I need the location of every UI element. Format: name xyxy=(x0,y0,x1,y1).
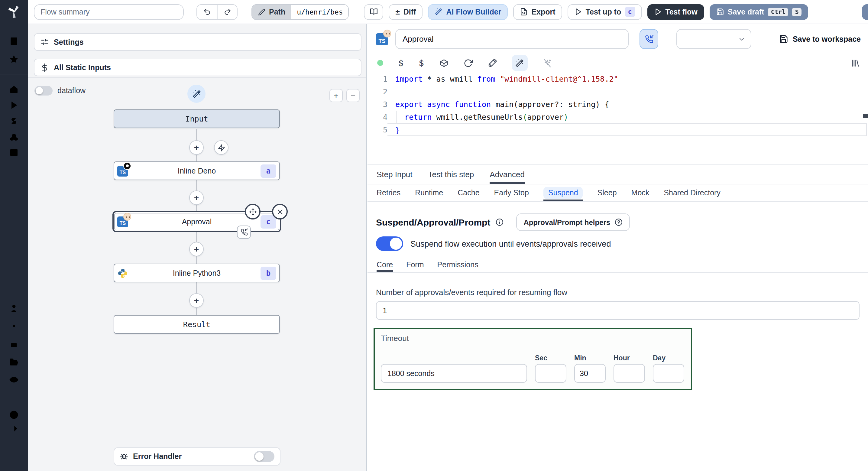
ai-graph-wand-button[interactable] xyxy=(187,85,206,103)
file-export-icon xyxy=(520,8,528,16)
step-detail-panel: TS Approval Save to workspace $ $ xyxy=(368,24,868,471)
code-editor[interactable]: 1import * as wmill from "windmill-client… xyxy=(368,69,868,165)
variables-dollar-icon[interactable] xyxy=(9,116,19,126)
subtab-core[interactable]: Core xyxy=(377,257,393,272)
test-up-to-button[interactable]: Test up to c xyxy=(567,4,642,20)
test-flow-button[interactable]: Test flow xyxy=(647,4,704,20)
ai-disabled-sparkles-button[interactable] xyxy=(543,58,552,67)
error-handler-row[interactable]: Error Handler xyxy=(114,447,280,466)
insert-step-button[interactable]: + xyxy=(189,242,204,256)
deploy-button-clipped[interactable] xyxy=(862,4,868,20)
tab-advanced[interactable]: Advanced xyxy=(490,165,525,184)
subtab-form[interactable]: Form xyxy=(406,257,424,272)
subtab-cache[interactable]: Cache xyxy=(458,184,479,201)
subtab-early-stop[interactable]: Early Stop xyxy=(494,184,529,201)
subtab-shared-directory[interactable]: Shared Directory xyxy=(664,184,720,201)
move-step-handle[interactable] xyxy=(245,204,260,219)
zoom-in-button[interactable]: + xyxy=(330,89,343,102)
tab-step-input[interactable]: Step Input xyxy=(377,165,412,184)
flow-node-input[interactable]: Input xyxy=(114,110,280,128)
settings-gear-icon[interactable] xyxy=(9,321,19,331)
user-icon[interactable] xyxy=(9,303,19,313)
step-name-input[interactable]: Approval xyxy=(395,29,629,49)
docs-button[interactable] xyxy=(364,4,383,20)
subtab-retries[interactable]: Retries xyxy=(377,184,400,201)
code-line: 1import * as wmill from "windmill-client… xyxy=(368,72,868,85)
suspend-section-title: Suspend/Approval/Prompt xyxy=(376,217,490,227)
insert-step-button[interactable]: + xyxy=(189,140,204,155)
subtab-runtime[interactable]: Runtime xyxy=(415,184,443,201)
redo-button[interactable] xyxy=(217,4,237,19)
undo-button[interactable] xyxy=(197,4,217,19)
suspend-toggle[interactable] xyxy=(376,236,403,251)
insert-step-button[interactable]: + xyxy=(189,190,204,205)
subtab-sleep[interactable]: Sleep xyxy=(597,184,617,201)
help-question-icon[interactable] xyxy=(9,410,19,420)
save-to-workspace-button[interactable]: Save to workspace xyxy=(779,34,861,43)
folders-icon[interactable] xyxy=(9,357,19,367)
flow-node-inline-deno[interactable]: TS Inline Deno a xyxy=(114,161,280,180)
reload-button[interactable] xyxy=(464,58,473,67)
flow-summary-input[interactable]: Flow summary xyxy=(34,4,184,20)
timeout-min-input[interactable]: 30 xyxy=(574,364,606,383)
info-icon[interactable] xyxy=(496,218,503,226)
home-icon[interactable] xyxy=(9,85,19,94)
deno-logo-icon xyxy=(123,162,131,170)
subtab-suspend[interactable]: Suspend xyxy=(544,184,583,201)
step-id-badge: b xyxy=(260,266,276,279)
timeout-hour-input[interactable] xyxy=(614,364,645,383)
subtab-permissions[interactable]: Permissions xyxy=(437,257,478,272)
runs-play-icon[interactable] xyxy=(9,100,19,110)
suspend-subtabs: Core Form Permissions xyxy=(368,257,868,273)
approval-prompt-helpers-button[interactable]: Approval/Prompt helpers xyxy=(516,213,629,231)
collapse-arrow-right-icon[interactable] xyxy=(9,424,19,434)
tab-test-this-step[interactable]: Test this step xyxy=(428,165,474,184)
audit-eye-icon[interactable] xyxy=(9,375,19,385)
subtab-mock[interactable]: Mock xyxy=(631,184,650,201)
format-brush-button[interactable] xyxy=(488,58,497,67)
diff-button[interactable]: ± Diff xyxy=(389,4,423,20)
workspace-building-icon[interactable] xyxy=(9,36,19,46)
ai-flow-builder-button[interactable]: AI Flow Builder xyxy=(428,4,508,20)
ai-assist-wand-button[interactable] xyxy=(512,55,528,71)
indent-guide xyxy=(396,111,397,123)
windmill-logo-icon[interactable] xyxy=(6,4,22,19)
flow-node-inline-python[interactable]: Inline Python3 b xyxy=(114,264,280,282)
library-panel-button[interactable] xyxy=(850,58,860,67)
save-icon xyxy=(716,8,724,16)
package-button[interactable] xyxy=(439,58,448,67)
library-icon xyxy=(850,58,860,67)
approval-emoji-icon xyxy=(123,212,131,220)
resources-boxes-icon[interactable] xyxy=(9,133,19,142)
variables-dollar-button[interactable]: $ xyxy=(398,58,404,68)
editor-overview-ruler[interactable] xyxy=(863,114,868,118)
suspend-phone-button[interactable] xyxy=(640,29,658,49)
wand-icon xyxy=(515,58,524,67)
flow-node-result[interactable]: Result xyxy=(114,315,280,334)
resources-dollar-button[interactable]: $ xyxy=(419,58,424,68)
schedules-calendar-icon[interactable] xyxy=(9,148,19,157)
favorites-star-icon[interactable] xyxy=(9,54,19,64)
timeout-day-input[interactable] xyxy=(653,364,684,383)
path-button[interactable]: Path u/henri/bes xyxy=(251,4,349,20)
lightning-icon xyxy=(217,144,225,151)
sliders-icon xyxy=(40,38,49,46)
save-draft-button[interactable]: Save draft Ctrl S xyxy=(710,4,808,20)
trigger-step-button[interactable] xyxy=(214,140,228,155)
error-handler-toggle[interactable] xyxy=(254,451,274,462)
script-version-select[interactable] xyxy=(676,29,751,49)
code-line-current: 5} xyxy=(368,123,868,136)
flow-settings-button[interactable]: Settings xyxy=(34,33,362,51)
ts-badge: TS xyxy=(378,38,385,44)
insert-step-button[interactable]: + xyxy=(189,293,204,308)
delete-step-button[interactable] xyxy=(272,204,288,219)
path-label: Path xyxy=(269,7,285,16)
approvals-required-input[interactable]: 1 xyxy=(376,301,860,320)
workers-robot-icon[interactable] xyxy=(9,340,19,350)
zoom-out-button[interactable]: − xyxy=(346,89,360,102)
export-button[interactable]: Export xyxy=(513,4,562,20)
timeout-display-input[interactable]: 1800 seconds xyxy=(381,364,527,383)
dataflow-toggle[interactable] xyxy=(34,86,53,95)
timeout-sec-input[interactable] xyxy=(535,364,566,383)
all-static-inputs-button[interactable]: All Static Inputs xyxy=(34,59,362,76)
